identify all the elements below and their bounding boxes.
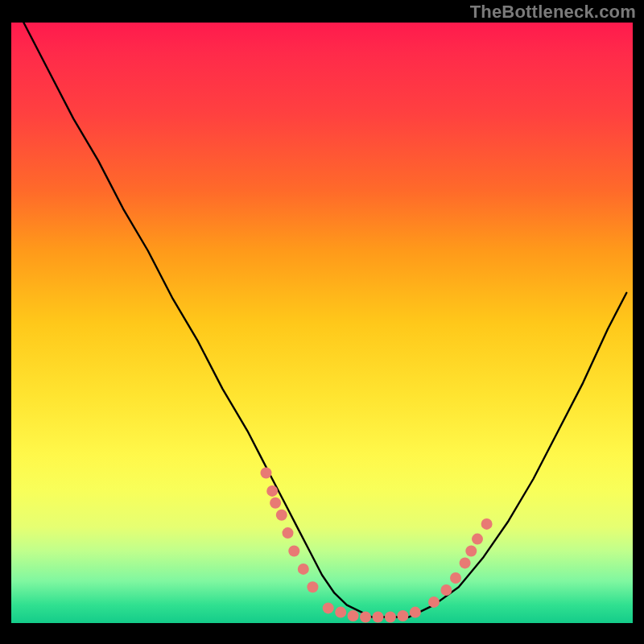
x-axis-spine — [11, 623, 633, 633]
data-marker — [460, 557, 471, 568]
data-marker — [270, 497, 281, 509]
chart-frame: TheBottleneck.com — [0, 0, 644, 644]
data-marker — [410, 607, 421, 618]
data-marker — [360, 612, 371, 623]
data-marker — [276, 510, 287, 521]
data-marker — [428, 597, 440, 608]
y-axis-spine — [0, 23, 11, 633]
curve-layer — [23, 23, 626, 617]
data-marker — [335, 607, 346, 618]
data-marker — [385, 612, 396, 623]
watermark-label: TheBottleneck.com — [470, 2, 636, 23]
data-marker — [283, 527, 294, 539]
data-marker — [481, 518, 493, 530]
data-marker — [298, 564, 309, 575]
data-marker — [465, 546, 477, 557]
data-marker — [307, 581, 318, 592]
bottleneck-curve — [23, 23, 626, 617]
data-marker — [450, 572, 461, 584]
chart-svg — [11, 23, 633, 623]
data-marker — [266, 485, 278, 497]
data-marker — [261, 468, 272, 479]
data-marker — [472, 534, 483, 545]
data-marker — [348, 610, 359, 621]
data-marker — [440, 584, 452, 596]
data-marker — [288, 546, 299, 557]
plot-area — [11, 23, 633, 623]
data-marker — [373, 612, 384, 623]
data-marker — [323, 602, 334, 613]
marker-layer — [261, 468, 493, 623]
data-marker — [397, 610, 408, 621]
